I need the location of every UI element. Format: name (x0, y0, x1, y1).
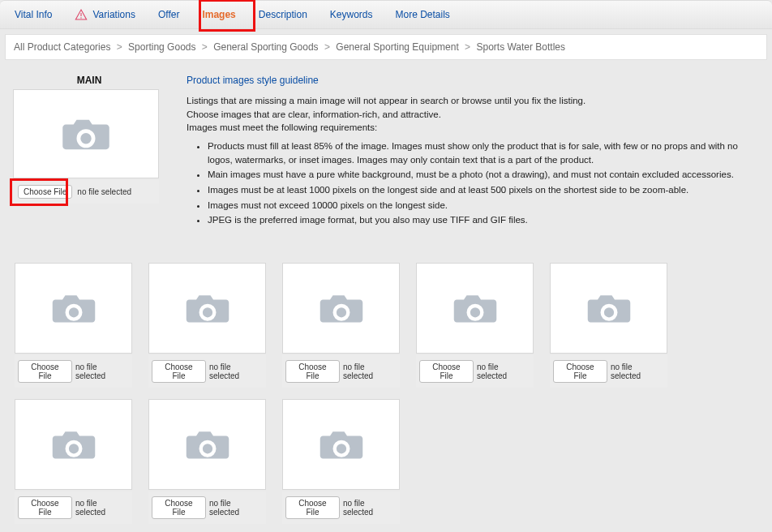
image-slot: Choose Fileno file selected (550, 263, 667, 388)
guideline-bullet: JPEG is the preferred image format, but … (208, 213, 764, 227)
choose-file-button[interactable]: Choose File (419, 360, 474, 383)
guidelines: Product images style guideline Listings … (187, 75, 764, 229)
choose-file-button[interactable]: Choose File (553, 360, 607, 383)
breadcrumb-item[interactable]: All Product Categories (14, 41, 110, 53)
choose-file-button[interactable]: Choose File (18, 360, 72, 383)
image-slot: Choose Fileno file selected (148, 263, 266, 388)
guideline-bullet: Images must be at least 1000 pixels on t… (208, 183, 764, 197)
choose-file-button[interactable]: Choose File (18, 496, 72, 519)
camera-icon (51, 427, 96, 461)
breadcrumb-item[interactable]: General Sporting Goods (213, 41, 318, 53)
camera-icon (51, 291, 96, 325)
choose-file-button[interactable]: Choose File (285, 360, 340, 383)
image-slot: Choose Fileno file selected (15, 399, 132, 524)
image-slot: Choose Fileno file selected (416, 263, 534, 388)
no-file-label: no file selected (75, 363, 129, 380)
image-placeholder (148, 399, 266, 490)
guideline-text: Images must meet the following requireme… (187, 121, 764, 135)
image-slots-row2: Choose Fileno file selected Choose Filen… (0, 396, 772, 532)
breadcrumb-sep: > (324, 41, 330, 53)
camera-icon (185, 291, 230, 325)
no-file-label: no file selected (75, 499, 129, 517)
image-slot: Choose Fileno file selected (15, 263, 132, 388)
tab-more-details[interactable]: More Details (384, 1, 461, 28)
breadcrumb-item[interactable]: Sporting Goods (128, 41, 195, 53)
breadcrumb-sep: > (465, 41, 470, 53)
no-file-label: no file selected (209, 363, 263, 380)
image-placeholder (15, 263, 132, 354)
no-file-label: no file selected (343, 499, 397, 517)
breadcrumb-item[interactable]: General Sporting Equipment (336, 41, 458, 53)
no-file-label: no file selected (611, 363, 664, 380)
camera-icon (185, 427, 230, 461)
camera-icon (586, 291, 632, 325)
tab-images[interactable]: Images (191, 1, 247, 28)
image-slot: Choose Fileno file selected (282, 399, 400, 524)
warning-icon (75, 8, 88, 21)
tab-keywords[interactable]: Keywords (319, 1, 384, 28)
choose-file-button[interactable]: Choose File (285, 496, 340, 519)
guideline-text: Listings that are missing a main image w… (187, 94, 764, 108)
choose-file-button[interactable]: Choose File (152, 496, 206, 519)
camera-icon (452, 291, 498, 325)
tab-label: Vital Info (15, 9, 52, 20)
camera-icon (319, 427, 364, 461)
no-file-label: no file selected (343, 363, 397, 380)
choose-file-button[interactable]: Choose File (18, 185, 72, 199)
tabs-bar: Vital Info Variations Offer Images Descr… (0, 0, 772, 29)
image-placeholder (282, 263, 400, 354)
camera-icon (319, 291, 364, 325)
guideline-bullet: Main images must have a pure white backg… (208, 168, 764, 182)
main-image-card: Choose File no file selected (13, 89, 159, 204)
no-file-label: no file selected (77, 187, 131, 196)
tab-vital-info[interactable]: Vital Info (3, 1, 63, 28)
image-slot: Choose Fileno file selected (148, 399, 266, 524)
tab-offer[interactable]: Offer (147, 1, 191, 28)
no-file-label: no file selected (209, 499, 263, 517)
tab-label: More Details (396, 9, 450, 20)
image-placeholder (15, 399, 132, 490)
image-placeholder (282, 399, 400, 490)
tab-label: Variations (92, 9, 135, 20)
image-placeholder (416, 263, 534, 354)
tab-label: Keywords (330, 9, 373, 20)
guideline-bullet: Images must not exceed 10000 pixels on t… (208, 199, 764, 212)
no-file-label: no file selected (477, 363, 530, 380)
breadcrumb-sep: > (202, 41, 208, 53)
main-image-placeholder (13, 89, 159, 178)
tab-label: Images (202, 9, 235, 20)
breadcrumb: All Product Categories > Sporting Goods … (5, 34, 767, 60)
tab-label: Description (259, 9, 307, 20)
main-image-label: MAIN (8, 75, 170, 86)
image-placeholder (550, 263, 667, 354)
guideline-text: Choose images that are clear, informatio… (187, 108, 764, 122)
image-slots-row1: Choose Fileno file selected Choose Filen… (0, 248, 772, 396)
guidelines-title[interactable]: Product images style guideline (187, 75, 764, 86)
choose-file-button[interactable]: Choose File (152, 360, 206, 383)
breadcrumb-item[interactable]: Sports Water Bottles (476, 41, 565, 53)
camera-icon (61, 115, 111, 152)
tab-description[interactable]: Description (247, 1, 319, 28)
breadcrumb-sep: > (117, 41, 122, 53)
image-placeholder (148, 263, 266, 354)
tab-variations[interactable]: Variations (63, 1, 146, 28)
image-slot: Choose Fileno file selected (282, 263, 400, 388)
tab-label: Offer (158, 9, 179, 20)
guideline-bullet: Products must fill at least 85% of the i… (208, 139, 764, 166)
